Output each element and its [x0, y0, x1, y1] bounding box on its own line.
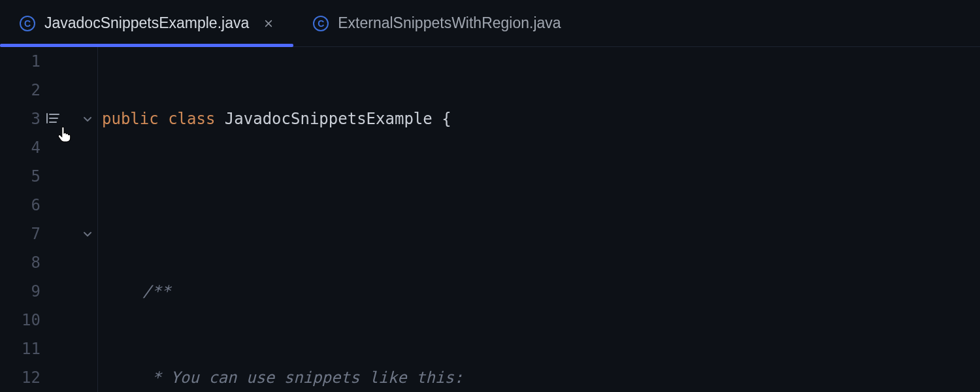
code-line[interactable]: * You can use snippets like this:: [102, 363, 980, 392]
code-line[interactable]: /**: [102, 277, 980, 306]
line-number: 12: [0, 363, 41, 392]
chevron-down-icon: [82, 114, 93, 124]
chevron-down-icon: [82, 229, 93, 239]
editor: 1 2 3 4 5 6 7 8 9 10 11 12: [0, 47, 980, 392]
fold-toggle[interactable]: [81, 105, 94, 133]
gutter: 1 2 3 4 5 6 7 8 9 10 11 12: [0, 47, 98, 392]
line-number: 7: [0, 220, 41, 248]
render-doc-icon[interactable]: [46, 105, 60, 133]
tab-label: JavadocSnippetsExample.java: [44, 14, 249, 32]
line-number: 5: [0, 162, 41, 191]
line-number: 8: [0, 248, 41, 277]
fold-toggle[interactable]: [81, 220, 94, 248]
tab-javadoc-snippets-example[interactable]: C JavadocSnippetsExample.java: [0, 0, 293, 46]
line-number: 3: [0, 105, 41, 133]
line-number: 2: [0, 76, 41, 105]
close-icon: [264, 19, 273, 28]
tab-bar: C JavadocSnippetsExample.java C External…: [0, 0, 980, 47]
line-number: 11: [0, 335, 41, 363]
close-tab-button[interactable]: [262, 17, 275, 30]
code-area[interactable]: public class JavadocSnippetsExample { /*…: [98, 47, 980, 392]
line-number: 10: [0, 306, 41, 335]
class-file-icon: C: [20, 16, 35, 31]
code-line[interactable]: public class JavadocSnippetsExample {: [102, 105, 980, 133]
class-file-icon: C: [313, 16, 329, 31]
tab-external-snippets-with-region[interactable]: C ExternalSnippetsWithRegion.java: [293, 0, 579, 46]
line-number: 4: [0, 133, 41, 162]
tab-label: ExternalSnippetsWithRegion.java: [338, 14, 561, 32]
code-line[interactable]: [102, 191, 980, 220]
line-number: 9: [0, 277, 41, 306]
line-number: 1: [0, 47, 41, 76]
line-number: 6: [0, 191, 41, 220]
